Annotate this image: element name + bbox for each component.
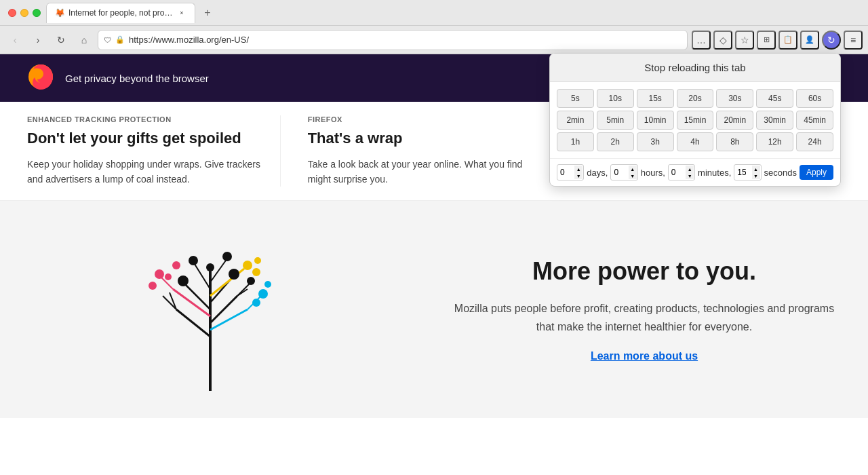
security-icon: 🛡 (104, 36, 111, 44)
svg-point-23 (264, 281, 271, 288)
article-1: Enhanced Tracking Protection Don't let y… (27, 115, 281, 187)
preset-button-5min[interactable]: 5min (597, 111, 634, 130)
preset-grid: 5s10s15s20s30s45s60s2min5min10min15min20… (550, 82, 840, 158)
main-menu-button[interactable]: ≡ (844, 31, 863, 50)
url-text: https://www.mozilla.org/en-US/ (129, 35, 682, 45)
minutes-down-button[interactable]: ▼ (686, 172, 694, 179)
svg-line-14 (210, 309, 248, 330)
preset-button-1h[interactable]: 1h (557, 132, 594, 151)
tab-reloader-button[interactable]: ↻ (822, 31, 841, 50)
preset-button-24h[interactable]: 24h (796, 132, 833, 151)
lock-icon: 🔒 (115, 35, 125, 44)
preset-button-15min[interactable]: 15min (677, 111, 714, 130)
svg-point-30 (222, 252, 232, 261)
svg-point-26 (254, 257, 261, 264)
illustration-side (0, 201, 420, 418)
preset-button-10min[interactable]: 10min (637, 111, 674, 130)
minutes-input-wrapper: ▲ ▼ (668, 164, 695, 180)
reload-button[interactable]: ↻ (52, 31, 71, 50)
container-tabs-button[interactable]: ⊞ (757, 31, 776, 50)
pocket-button[interactable]: ◇ (713, 31, 732, 50)
svg-point-20 (172, 261, 180, 269)
preset-button-10s[interactable]: 10s (597, 89, 634, 108)
article-2: Firefox That's a wrap Take a look back a… (308, 115, 561, 187)
hours-input-wrapper: ▲ ▼ (610, 164, 637, 180)
preset-button-12h[interactable]: 12h (756, 132, 793, 151)
days-label: days, (587, 168, 608, 178)
preset-button-8h[interactable]: 8h (716, 132, 753, 151)
synced-tabs-button[interactable]: 📋 (778, 31, 797, 50)
fullscreen-window-button[interactable]: + (33, 9, 41, 17)
power-title: More power to you. (448, 257, 841, 286)
bottom-section: More power to you. Mozilla puts people b… (0, 201, 868, 418)
traffic-lights: × − + (8, 9, 41, 17)
tab-title: Internet for people, not profit — (68, 8, 173, 18)
svg-point-28 (229, 269, 239, 280)
article-1-body: Keep your holiday shopping under wraps. … (27, 157, 267, 187)
svg-point-33 (271, 381, 305, 404)
bookmark-button[interactable]: ☆ (735, 31, 754, 50)
svg-point-27 (178, 276, 189, 286)
text-side: More power to you. Mozilla puts people b… (420, 230, 868, 389)
hours-up-button[interactable]: ▲ (629, 166, 637, 172)
days-up-button[interactable]: ▲ (574, 166, 583, 172)
close-window-button[interactable]: × (8, 9, 16, 17)
power-body: Mozilla puts people before profit, creat… (448, 299, 841, 336)
seconds-up-button[interactable]: ▲ (752, 166, 760, 172)
article-2-body: Take a look back at your year online. Wh… (308, 157, 547, 187)
minimize-window-button[interactable]: − (20, 9, 28, 17)
svg-point-24 (243, 261, 252, 270)
preset-button-3h[interactable]: 3h (637, 132, 674, 151)
minutes-up-button[interactable]: ▲ (686, 166, 694, 172)
article-1-title: Don't let your gifts get spoiled (27, 129, 267, 149)
forward-button[interactable]: › (28, 31, 47, 50)
days-input-wrapper: ▲ ▼ (557, 164, 584, 180)
svg-point-21 (258, 289, 268, 299)
minutes-label: minutes, (698, 168, 731, 178)
home-button[interactable]: ⌂ (75, 31, 94, 50)
preset-button-2min[interactable]: 2min (557, 111, 594, 130)
browser-tab[interactable]: 🦊 Internet for people, not profit — × (46, 3, 195, 23)
svg-point-22 (252, 299, 260, 307)
address-bar[interactable]: 🛡 🔒 https://www.mozilla.org/en-US/ (98, 30, 688, 50)
preset-button-30s[interactable]: 30s (716, 89, 753, 108)
preset-button-5s[interactable]: 5s (557, 89, 594, 108)
preset-button-20min[interactable]: 20min (716, 111, 753, 130)
tab-close-button[interactable]: × (177, 8, 186, 18)
preset-button-30min[interactable]: 30min (756, 111, 793, 130)
preset-button-4h[interactable]: 4h (677, 132, 714, 151)
tab-reloader-popup: Stop reloading this tab 5s10s15s20s30s45… (549, 53, 841, 187)
back-button[interactable]: ‹ (5, 31, 24, 50)
nav-icons-group: … ◇ ☆ ⊞ 📋 👤 ↻ ≡ (692, 31, 863, 50)
article-2-title: That's a wrap (308, 129, 547, 149)
preset-button-45min[interactable]: 45min (796, 111, 833, 130)
apply-button[interactable]: Apply (800, 165, 833, 180)
svg-point-31 (206, 263, 214, 271)
days-down-button[interactable]: ▼ (574, 172, 583, 179)
seconds-down-button[interactable]: ▼ (752, 172, 760, 179)
seconds-input-wrapper: ▲ ▼ (734, 164, 761, 180)
svg-point-19 (165, 273, 172, 280)
article-1-label: Enhanced Tracking Protection (27, 115, 267, 124)
seconds-label: seconds (764, 168, 797, 178)
preset-button-45s[interactable]: 45s (756, 89, 793, 108)
svg-point-18 (149, 282, 157, 290)
hours-down-button[interactable]: ▼ (629, 172, 637, 179)
new-tab-button[interactable]: + (198, 3, 217, 22)
preset-button-2h[interactable]: 2h (597, 132, 634, 151)
svg-point-25 (252, 268, 260, 276)
svg-point-17 (155, 269, 164, 279)
preset-button-20s[interactable]: 20s (677, 89, 714, 108)
profile-button[interactable]: 👤 (800, 31, 819, 50)
learn-more-link[interactable]: Learn more about us (591, 350, 698, 362)
svg-point-32 (247, 277, 255, 285)
stop-reloading-button[interactable]: Stop reloading this tab (550, 54, 840, 82)
mozilla-tagline: Get privacy beyond the browser (65, 73, 209, 84)
preset-button-15s[interactable]: 15s (637, 89, 674, 108)
tree-illustration (115, 214, 305, 404)
navigation-bar: ‹ › ↻ ⌂ 🛡 🔒 https://www.mozilla.org/en-U… (0, 26, 868, 54)
more-button[interactable]: … (692, 31, 711, 50)
custom-interval-row: ▲ ▼ days, ▲ ▼ hours, ▲ ▼ minutes, ▲ ▼ (550, 158, 840, 186)
preset-button-60s[interactable]: 60s (796, 89, 833, 108)
hours-label: hours, (641, 168, 665, 178)
